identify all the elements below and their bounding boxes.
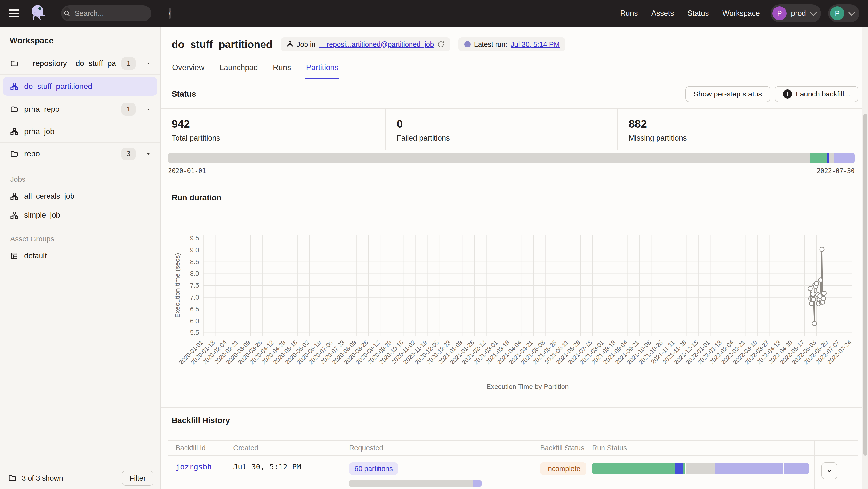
latest-run-badge: Latest run: Jul 30, 5:14 PM: [459, 37, 565, 52]
bar-segment: [683, 463, 686, 474]
bar-segment: [686, 463, 714, 474]
partition-status-bar: [168, 153, 855, 163]
show-per-step-status-button[interactable]: Show per-step status: [685, 86, 770, 102]
folder-icon: [8, 474, 17, 482]
job-icon: [287, 41, 293, 48]
data-point: [811, 297, 816, 302]
search-bar[interactable]: /: [61, 5, 151, 21]
deployment-avatar: P: [772, 6, 786, 20]
stat-value: 0: [397, 118, 617, 130]
column-header-expand: [815, 441, 858, 456]
column-header-backfill-status: Backfill Status: [489, 441, 585, 456]
sidebar-item-simple_job[interactable]: simple_job: [0, 206, 160, 225]
svg-text:Execution time (secs): Execution time (secs): [174, 253, 181, 318]
sidebar-item-label: do_stuff_partitioned: [24, 82, 150, 91]
sidebar-item-label: simple_job: [24, 211, 60, 220]
bar-segment: [829, 153, 834, 163]
data-point: [808, 286, 812, 291]
sidebar-title: Workspace: [0, 27, 160, 52]
dagster-logo[interactable]: [30, 4, 47, 23]
sidebar-item-prha-repo[interactable]: prha_repo1: [0, 98, 160, 121]
latest-run-label: Latest run:: [474, 40, 507, 48]
bar-segment: [810, 153, 827, 163]
user-menu[interactable]: P: [828, 4, 859, 22]
tab-launchpad[interactable]: Launchpad: [219, 60, 258, 79]
nav-link-runs[interactable]: Runs: [620, 9, 638, 18]
job-origin-badge: Job in __reposi...artitioned@partitioned…: [281, 37, 451, 52]
data-point: [811, 292, 815, 296]
caret-down-icon[interactable]: [144, 59, 153, 68]
svg-text:9.5: 9.5: [190, 234, 199, 242]
partition-stats: 942Total partitions0Failed partitions882…: [160, 108, 868, 150]
job-origin-link[interactable]: __reposi...artitioned@partitioned_job: [319, 40, 434, 48]
repo-count-badge: 3: [121, 148, 135, 160]
column-header-requested: Requested: [342, 441, 489, 456]
stat-value: 882: [629, 118, 868, 130]
repo-count-badge: 1: [121, 103, 135, 116]
sidebar-item-repo[interactable]: repo3: [0, 143, 160, 165]
tab-overview[interactable]: Overview: [172, 60, 205, 79]
data-point: [818, 278, 823, 282]
folder-icon: [10, 59, 19, 68]
tab-partitions[interactable]: Partitions: [306, 60, 339, 79]
user-avatar: P: [830, 6, 844, 20]
sidebar-item-label: repo: [24, 149, 116, 158]
search-shortcut-key: /: [169, 8, 171, 19]
sidebar-item-all_cereals_job[interactable]: all_cereals_job: [0, 187, 160, 206]
bar-segment: [349, 480, 473, 487]
sidebar-item-default[interactable]: default: [0, 247, 160, 265]
bar-segment: [168, 153, 810, 163]
main-panel: do_stuff_partitioned Job in __reposi...a…: [160, 27, 868, 489]
job-icon: [10, 82, 19, 90]
sidebar-item-label: prha_repo: [24, 105, 116, 113]
folder-icon: [10, 150, 19, 158]
page-title: do_stuff_partitioned: [172, 38, 273, 51]
tab-runs[interactable]: Runs: [273, 60, 292, 79]
sidebar-item-do-stuff-partitioned[interactable]: do_stuff_partitioned: [3, 77, 157, 96]
button-label: Show per-step status: [694, 90, 762, 98]
search-input[interactable]: [74, 9, 169, 18]
latest-run-link[interactable]: Jul 30, 5:14 PM: [511, 40, 560, 48]
svg-text:7.5: 7.5: [190, 282, 199, 289]
bar-segment: [473, 480, 482, 487]
hamburger-menu-icon[interactable]: [9, 9, 20, 18]
svg-text:Execution Time by Partition: Execution Time by Partition: [486, 383, 568, 390]
caret-down-icon[interactable]: [144, 105, 153, 114]
backfill-id-link[interactable]: jozrgsbh: [176, 462, 212, 471]
stat-total-partitions: 942Total partitions: [160, 108, 385, 150]
run-status-bar: [592, 463, 810, 474]
nav-link-workspace[interactable]: Workspace: [722, 9, 760, 18]
scrollbar-thumb[interactable]: [863, 114, 867, 456]
caret-down-icon[interactable]: [144, 149, 153, 159]
dagster-app: / RunsAssetsStatusWorkspace P prod P Wor…: [0, 0, 868, 489]
bar-segment: [676, 463, 682, 474]
expand-row-button[interactable]: [822, 462, 837, 479]
sidebar-item--repository-do-stuff-partitio-[interactable]: __repository__do_stuff_partitio...1: [0, 52, 160, 75]
chevron-down-icon: [810, 9, 817, 16]
bar-segment: [834, 153, 855, 163]
deployment-switcher[interactable]: P prod: [771, 4, 821, 22]
svg-text:5.5: 5.5: [190, 329, 199, 336]
bar-segment: [715, 463, 783, 474]
search-icon: [64, 7, 70, 20]
created-timestamp: Jul 30, 5:12 PM: [233, 462, 301, 471]
svg-text:8.0: 8.0: [190, 270, 199, 277]
launch-backfill-button[interactable]: +Launch backfill...: [775, 86, 858, 102]
chevron-down-icon: [848, 9, 855, 16]
refresh-icon[interactable]: [437, 41, 444, 48]
nav-link-assets[interactable]: Assets: [651, 9, 674, 18]
data-point: [821, 296, 826, 301]
sidebar-item-label: all_cereals_job: [24, 192, 74, 201]
filter-button[interactable]: Filter: [122, 470, 153, 486]
column-header-created: Created: [226, 441, 342, 456]
svg-text:7.0: 7.0: [190, 294, 199, 301]
sidebar-item-prha-job[interactable]: prha_job: [0, 121, 160, 143]
data-point: [814, 281, 818, 286]
stat-failed-partitions: 0Failed partitions: [385, 108, 618, 150]
requested-partitions-pill[interactable]: 60 partitions: [349, 462, 398, 475]
button-label: Launch backfill...: [796, 90, 850, 98]
requested-range-bar: [349, 480, 482, 487]
nav-link-status[interactable]: Status: [688, 9, 709, 18]
vertical-scrollbar: [862, 27, 868, 489]
deployment-name: prod: [791, 9, 806, 18]
